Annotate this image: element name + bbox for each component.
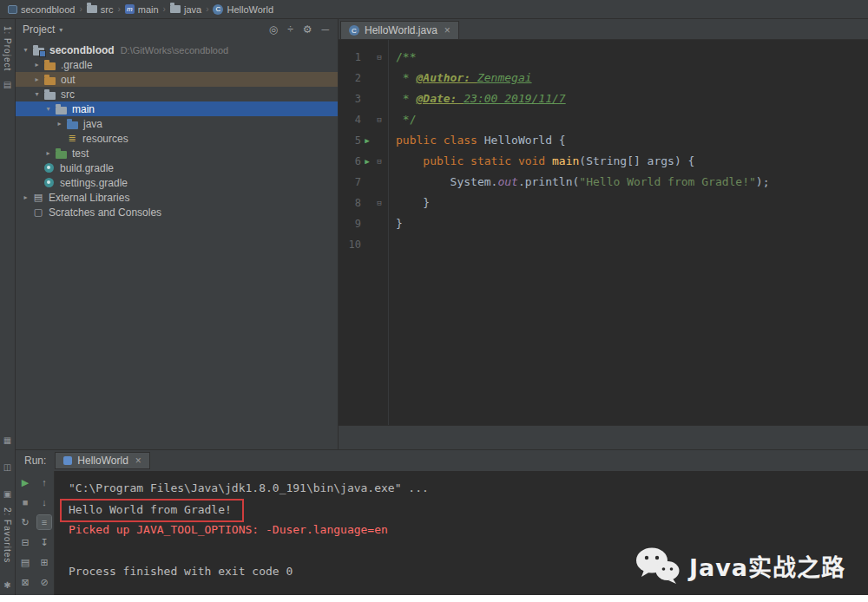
code-line[interactable]: System.out.println("Hello World from Gra… [396,172,868,193]
tree-item-label: resources [82,133,128,145]
hide-panel-icon[interactable]: ─ [321,23,329,36]
next-occurrence-button[interactable]: ↓ [37,495,51,509]
tree-caret-icon[interactable]: ▸ [20,193,31,201]
event-log-tool-icon[interactable]: ◫ [3,462,11,472]
tree-item-label: External Libraries [49,192,129,204]
todo-tool-icon[interactable]: ▦ [3,435,11,445]
code-token: * [396,92,416,105]
tree-item-test[interactable]: ▸test [16,146,338,160]
tree-item-label: Scratches and Consoles [49,206,161,219]
run-panel: Run: HelloWorld × ▶■↻⊟▤⊠ ↑↓≡↧⊞⊘ "C:\Prog… [16,449,868,595]
tree-caret-icon[interactable]: ▾ [43,105,54,113]
breadcrumb-item-src[interactable]: src [87,4,114,15]
close-icon[interactable]: × [135,455,141,467]
run-line-icon[interactable]: ▶ [361,136,373,145]
tree-item-settings-gradle[interactable]: settings.gradle [16,175,338,190]
breadcrumb-item-java[interactable]: java [170,4,201,15]
tool-window-button-favorites[interactable]: 2: Favorites [3,507,12,563]
breadcrumb-item-secondblood[interactable]: secondblood [8,4,75,15]
tree-item-label: src [61,88,75,101]
tree-item-build-gradle[interactable]: build.gradle [16,160,338,175]
collapse-all-icon[interactable]: ÷ [287,23,293,36]
tree-caret-icon[interactable]: ▸ [43,149,54,157]
code-line[interactable]: * @Date: 23:00 2019/11/7 [396,88,868,109]
run-panel-label: Run: [24,455,46,467]
run-console[interactable]: "C:\Program Files\Java\jdk1.8.0_191\bin\… [55,471,868,595]
scroll-to-end-button[interactable]: ↧ [37,535,51,549]
tree-item-src[interactable]: ▾src [16,87,338,101]
gutter-row: 1⊟ [339,47,388,68]
tree-item--gradle[interactable]: ▸.gradle [16,57,338,72]
editor-tab-helloworld[interactable]: C HelloWorld.java × [340,21,459,39]
tool-window-button-project[interactable]: 1: Project [3,26,12,71]
tree-caret-icon[interactable]: ▾ [20,46,31,54]
tool-settings-icon[interactable]: ✱ [3,580,10,590]
code-line[interactable]: /** [396,47,868,68]
code-line[interactable]: public class HelloWorld { [396,130,868,151]
tree-caret-icon[interactable]: ▾ [31,90,43,98]
gradle-file-icon [44,163,54,173]
run-tab-helloworld[interactable]: HelloWorld × [55,452,149,469]
code-line[interactable]: * @Author: Zenmegai [396,68,868,88]
rerun-button[interactable]: ▶ [18,475,32,489]
strip-bottom: ▦◫▣ 2: Favorites ✱ [3,427,12,595]
tree-caret-icon[interactable]: ▸ [31,61,43,69]
code-line[interactable]: } [396,193,868,213]
code-token: "Hello World from Gradle!" [579,175,756,188]
code-line[interactable]: } [396,213,868,234]
project-tool-icon[interactable]: ▤ [3,80,11,89]
settings-button[interactable]: ▤ [18,555,32,569]
fold-icon[interactable]: ⊟ [373,199,385,207]
code-line[interactable]: public static void main(String[] args) { [396,151,868,172]
tree-item-main[interactable]: ▾main [16,101,338,116]
folder-icon [170,5,181,13]
tree-item-resources[interactable]: ≣resources [16,131,338,146]
prev-occurrence-button[interactable]: ↑ [37,475,51,489]
breadcrumb: secondblood›src›mmain›java›CHelloWorld [0,0,868,19]
strip-corner-icon: ✱ [3,572,10,590]
folder-icon [87,5,97,13]
tree-item-secondblood[interactable]: ▾secondbloodD:\GitWorks\secondblood [16,43,338,57]
tree-item-label: build.gradle [60,162,114,174]
tree-item-java[interactable]: ▸java [16,116,338,131]
tree-item-out[interactable]: ▸out [16,72,338,87]
gutter-row: 10 [339,234,388,255]
clear-console-button[interactable]: ⊘ [37,575,51,589]
editor-tab-bar: C HelloWorld.java × [339,19,868,40]
locate-file-icon[interactable]: ◎ [269,23,278,36]
run-line-icon[interactable]: ▶ [361,157,373,166]
tree-item-external-libraries[interactable]: ▸▤External Libraries [16,190,338,205]
code-token: } [396,217,403,230]
pin-tab-button[interactable]: ⊟ [18,535,32,549]
tree-item-scratches-and-consoles[interactable]: ▢Scratches and Consoles [16,205,338,219]
source-folder-icon [67,121,78,129]
gutter-row: 4⊟ [339,109,388,130]
breadcrumb-separator: › [117,4,120,14]
editor-tab-label: HelloWorld.java [365,24,437,36]
gear-icon[interactable]: ⚙ [303,23,312,36]
tree-caret-icon[interactable]: ▸ [31,75,43,83]
code-line[interactable]: */ [396,109,868,130]
fold-icon[interactable]: ⊟ [373,53,385,62]
fold-icon[interactable]: ⊟ [373,115,385,124]
restore-layout-button[interactable]: ↻ [18,515,32,529]
close-button[interactable]: ⊠ [18,575,32,589]
code-line[interactable] [396,234,868,255]
breadcrumb-item-helloworld[interactable]: CHelloWorld [213,4,273,15]
code-token: Zenmegai [477,71,532,84]
print-button[interactable]: ⊞ [37,555,51,569]
project-panel-title[interactable]: Project [23,23,55,36]
console-line: Hello World from Gradle! [69,499,868,520]
tree-caret-icon[interactable]: ▸ [54,120,65,128]
tree-item-label: main [72,103,95,115]
fold-icon[interactable]: ⊟ [373,157,385,166]
code-editor[interactable]: /** * @Author: Zenmegai * @Date: 23:00 2… [389,40,868,425]
stop-button[interactable]: ■ [18,495,32,509]
breadcrumb-item-main[interactable]: mmain [125,4,159,15]
terminal-tool-icon[interactable]: ▣ [3,489,11,499]
close-icon[interactable]: × [444,24,450,36]
run-tab-label: HelloWorld [77,455,128,467]
line-number: 2 [339,72,361,84]
test-folder-icon [56,151,67,159]
soft-wrap-button[interactable]: ≡ [37,515,51,529]
